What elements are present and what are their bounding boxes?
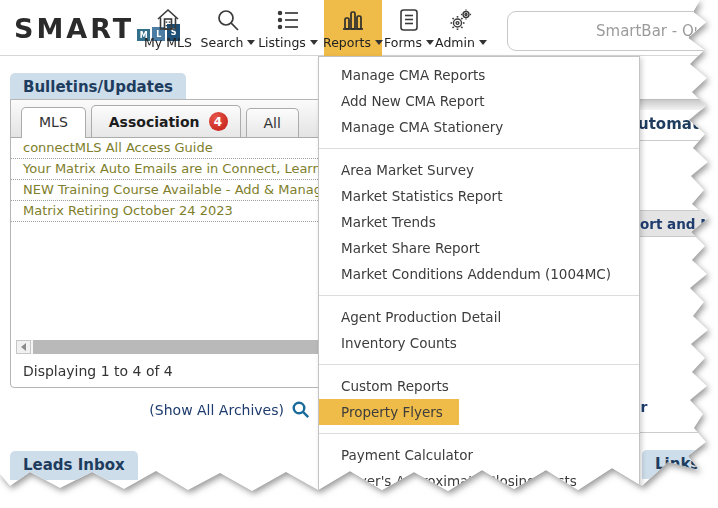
caret-down-icon [375,40,383,45]
nav-item-admin[interactable]: Admin [434,0,488,56]
screenshot-stage: SMART M L S [0,0,718,508]
menu-divider [319,148,639,149]
gears-icon [448,7,474,33]
menu-item-manage-cma-stationery[interactable]: Manage CMA Stationery [319,114,639,140]
menu-item-add-new-cma-report[interactable]: Add New CMA Report [319,88,639,114]
menu-item-payment-calculator[interactable]: Payment Calculator [319,442,639,468]
nav-label-admin: Admin [435,36,475,49]
scroll-left-arrow[interactable] [16,340,31,354]
bulletins-updates-header: Bulletins/Updates [10,73,186,102]
top-navigation-bar: SMART M L S [0,0,718,56]
menu-item-inventory-counts[interactable]: Inventory Counts [319,330,639,356]
menu-divider [319,295,639,296]
menu-item-area-market-survey[interactable]: Area Market Survey [319,157,639,183]
menu-item-property-flyers[interactable]: Property Flyers [319,399,459,425]
caret-down-icon [479,40,487,45]
nav-item-listings[interactable]: Listings [258,0,318,56]
menu-divider [319,433,639,434]
tab-association[interactable]: Association 4 [91,105,241,137]
caret-down-icon [426,40,434,45]
nav-item-reports[interactable]: Reports [324,0,382,56]
menu-item-custom-reports[interactable]: Custom Reports [319,373,639,399]
association-count-badge: 4 [209,112,228,131]
archives-row: (Show All Archives) [10,400,310,419]
caret-down-icon [310,40,318,45]
links-header: Links [642,450,712,479]
document-icon [396,7,422,33]
bar-chart-icon [340,7,366,33]
menu-item-market-trends[interactable]: Market Trends [319,209,639,235]
tab-mls[interactable]: MLS [21,107,86,138]
search-icon [215,7,241,33]
torn-edge-wrapper: SMART M L S [0,0,718,508]
menu-item-agent-production-detail[interactable]: Agent Production Detail [319,304,639,330]
nav-label-forms: Forms [384,36,422,49]
tab-all[interactable]: All [246,108,299,137]
leads-inbox-header: Leads Inbox [10,451,138,480]
home-icon [155,7,181,33]
caret-down-icon [247,40,255,45]
menu-item-manage-cma-reports[interactable]: Manage CMA Reports [319,62,639,88]
nav-label-reports: Reports [323,36,371,49]
nav-label-search: Search [201,36,244,49]
nav-item-search[interactable]: Search [200,0,256,56]
menu-item-market-share-report[interactable]: Market Share Report [319,235,639,261]
list-icon [275,7,301,33]
menu-item-market-statistics-report[interactable]: Market Statistics Report [319,183,639,209]
logo-word: SMART [14,16,134,42]
nav-item-forms[interactable]: Forms [384,0,434,56]
menu-item-buyers-approximate-closing-costs[interactable]: Buyer's Approximate Closing Costs [319,468,639,494]
smartbar-search-input[interactable] [507,11,718,51]
nav-label-my-mls: My MLS [144,36,192,49]
show-all-archives-link[interactable]: (Show All Archives) [149,402,284,418]
menu-item-market-conditions-addendum[interactable]: Market Conditions Addendum (1004MC) [319,261,639,287]
archives-search-icon[interactable] [291,400,310,419]
menu-divider [319,364,639,365]
nav-label-listings: Listings [258,36,306,49]
nav-item-my-mls[interactable]: My MLS [144,0,192,56]
reports-dropdown-menu: Manage CMA Reports Add New CMA Report Ma… [318,56,640,508]
